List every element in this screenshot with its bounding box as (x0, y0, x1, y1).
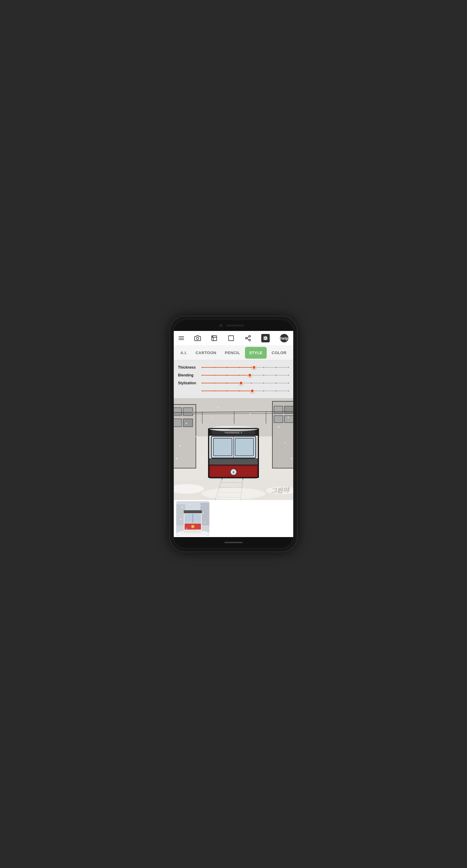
thumbnail-strip (174, 500, 293, 537)
svg-rect-44 (235, 438, 254, 456)
svg-point-55 (278, 426, 279, 427)
thickness-slider[interactable] (202, 364, 289, 370)
home-indicator (225, 542, 242, 543)
phone-device: help A.I. CARTOON PENCIL STYLE COLOR Thi… (170, 316, 297, 552)
svg-rect-14 (183, 408, 193, 415)
hamburger-icon (179, 336, 184, 340)
stylization-slider-row2 (178, 388, 289, 394)
svg-rect-16 (183, 419, 193, 427)
svg-point-98 (197, 529, 198, 530)
stylization-slider-1[interactable] (202, 380, 289, 386)
stylization-label: Stylization (178, 381, 202, 385)
svg-point-68 (176, 458, 177, 459)
phone-status-bar (174, 320, 293, 331)
svg-rect-90 (176, 501, 209, 536)
tab-style[interactable]: STYLE (245, 347, 267, 359)
blending-slider[interactable] (202, 372, 289, 378)
svg-point-59 (265, 455, 266, 456)
svg-text:Franziskanerpl. ①: Franziskanerpl. ① (225, 431, 242, 434)
tab-color[interactable]: COLOR (267, 347, 291, 359)
svg-rect-45 (209, 459, 259, 465)
svg-point-52 (186, 423, 187, 424)
help-button[interactable]: help (280, 334, 288, 342)
phone-bottom-bar (174, 537, 293, 548)
stylization-slider-row1: Stylization (178, 380, 289, 386)
stylization-slider-2[interactable] (202, 388, 289, 394)
svg-point-57 (288, 416, 289, 418)
share-button[interactable] (245, 335, 251, 341)
adjustment-sliders: Thickness (174, 360, 293, 398)
svg-point-93 (189, 504, 191, 505)
svg-point-94 (203, 513, 204, 514)
gallery-button[interactable] (211, 335, 217, 341)
svg-point-4 (249, 336, 251, 337)
svg-point-75 (202, 488, 265, 499)
svg-line-7 (247, 338, 249, 340)
tab-pencil[interactable]: PENCIL (221, 347, 244, 359)
svg-point-61 (218, 407, 219, 408)
svg-point-96 (204, 522, 205, 523)
svg-rect-19 (285, 406, 293, 413)
svg-point-56 (285, 442, 286, 443)
main-image: Franziskanerpl. ① 8 (174, 398, 293, 500)
gallery-icon (211, 335, 217, 341)
camera-button[interactable] (194, 335, 201, 341)
blending-label: Blending (178, 373, 202, 377)
phone-screen-wrapper: help A.I. CARTOON PENCIL STYLE COLOR Thi… (174, 320, 293, 548)
help-label: help (280, 336, 288, 341)
thumbnail-original[interactable] (176, 501, 209, 536)
front-camera (219, 324, 222, 327)
blending-thumb[interactable] (248, 373, 252, 377)
share-icon (245, 335, 251, 341)
svg-rect-43 (213, 438, 232, 456)
svg-point-0 (196, 337, 199, 339)
save-button[interactable] (261, 334, 270, 342)
svg-point-53 (196, 436, 196, 437)
thickness-slider-row: Thickness (178, 364, 289, 370)
svg-point-67 (291, 458, 292, 459)
camera-icon (194, 335, 201, 341)
svg-point-60 (250, 413, 251, 415)
frame-icon (228, 335, 234, 341)
svg-point-91 (182, 507, 183, 508)
frame-button[interactable] (228, 335, 234, 341)
svg-point-65 (192, 412, 193, 413)
stylization-thumb-2[interactable] (250, 389, 254, 393)
svg-rect-20 (274, 415, 283, 423)
svg-point-2 (212, 336, 213, 337)
tab-cartoon[interactable]: CARTOON (191, 347, 221, 359)
svg-line-8 (247, 337, 249, 338)
svg-point-97 (186, 528, 187, 529)
blending-slider-row: Blending (178, 372, 289, 378)
top-toolbar: help (174, 331, 293, 346)
svg-point-5 (245, 337, 247, 339)
tab-ai[interactable]: A.I. (176, 347, 191, 359)
svg-point-95 (180, 519, 181, 520)
stylization-thumb-1[interactable] (239, 381, 243, 385)
svg-point-58 (202, 461, 203, 462)
svg-point-54 (179, 445, 180, 446)
svg-rect-15 (174, 419, 182, 427)
svg-rect-21 (285, 415, 293, 423)
menu-button[interactable] (179, 336, 184, 340)
svg-point-6 (249, 339, 251, 341)
watermark-text: 그린야 (270, 485, 289, 495)
app-screen: help A.I. CARTOON PENCIL STYLE COLOR Thi… (174, 331, 293, 537)
save-icon (263, 336, 268, 341)
svg-rect-13 (174, 408, 182, 415)
svg-rect-3 (229, 336, 234, 341)
svg-point-69 (259, 474, 260, 475)
svg-point-92 (200, 505, 201, 506)
svg-point-66 (211, 417, 212, 418)
thumbnail-image (176, 501, 209, 536)
svg-text:8: 8 (233, 471, 234, 474)
speaker (226, 324, 244, 327)
filter-tabs: A.I. CARTOON PENCIL STYLE COLOR (174, 346, 293, 360)
svg-rect-18 (274, 406, 283, 413)
cartoon-image-svg: Franziskanerpl. ① 8 (174, 398, 293, 500)
thickness-thumb[interactable] (252, 365, 256, 370)
thickness-label: Thickness (178, 365, 202, 370)
